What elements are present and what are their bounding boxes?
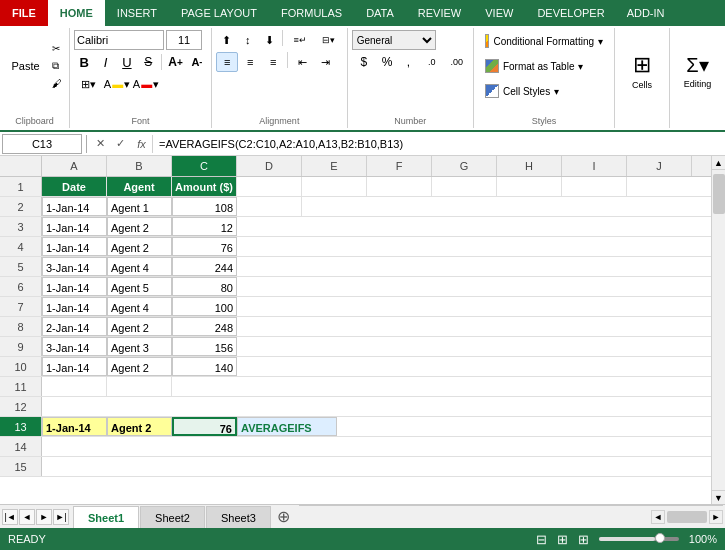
cell-a2[interactable]: 1-Jan-14 [42,197,107,216]
cell-c5[interactable]: 244 [172,257,237,276]
row-header-8[interactable]: 8 [0,317,42,336]
increase-decimal-button[interactable]: .0 [420,52,444,72]
tab-view[interactable]: VIEW [473,0,525,26]
cell-a6[interactable]: 1-Jan-14 [42,277,107,296]
cell-a9[interactable]: 3-Jan-14 [42,337,107,356]
sheet-nav-last[interactable]: ►| [53,509,69,525]
cell-d10[interactable] [237,357,711,376]
add-sheet-button[interactable]: ⊕ [273,506,295,528]
cell-b4[interactable]: Agent 2 [107,237,172,256]
row-header-9[interactable]: 9 [0,337,42,356]
cell-b7[interactable]: Agent 4 [107,297,172,316]
tab-formulas[interactable]: FORMULAS [269,0,354,26]
format-painter-button[interactable]: 🖌 [49,76,65,91]
col-header-e[interactable]: E [302,156,367,176]
col-header-f[interactable]: F [367,156,432,176]
align-center-button[interactable]: ≡ [239,52,261,72]
row-header-2[interactable]: 2 [0,197,42,216]
cell-e1[interactable] [302,177,367,196]
cell-d5[interactable] [237,257,711,276]
fill-color-button[interactable]: A▬▾ [103,74,131,94]
cell-a10[interactable]: 1-Jan-14 [42,357,107,376]
row-header-3[interactable]: 3 [0,217,42,236]
cut-button[interactable]: ✂ [49,41,65,56]
col-header-g[interactable]: G [432,156,497,176]
row-header-10[interactable]: 10 [0,357,42,376]
cell-c11[interactable] [172,377,711,396]
cell-d8[interactable] [237,317,711,336]
cell-d2[interactable] [237,197,302,216]
row-header-7[interactable]: 7 [0,297,42,316]
col-header-h[interactable]: H [497,156,562,176]
view-normal-icon[interactable]: ⊟ [536,532,547,547]
tab-home[interactable]: HOME [48,0,105,26]
zoom-slider[interactable] [599,537,679,541]
cell-i1[interactable] [562,177,627,196]
h-scrollbar-thumb[interactable] [667,511,707,523]
cell-d3[interactable] [237,217,711,236]
strikethrough-button[interactable]: S [138,52,158,72]
cells-button[interactable]: ⊞ Cells [620,41,664,101]
tab-page-layout[interactable]: PAGE LAYOUT [169,0,269,26]
align-middle-button[interactable]: ↕ [237,30,257,50]
cell-c13[interactable]: 76 [172,417,237,436]
cell-a8[interactable]: 2-Jan-14 [42,317,107,336]
paste-button[interactable]: Paste [4,30,47,102]
merge-button[interactable]: ⊟▾ [315,30,343,50]
font-name-input[interactable] [74,30,164,50]
increase-font-button[interactable]: A+ [165,52,185,72]
bold-button[interactable]: B [74,52,94,72]
tab-developer[interactable]: DEVELOPER [525,0,616,26]
align-bottom-button[interactable]: ⬇ [259,30,279,50]
tab-data[interactable]: DATA [354,0,406,26]
cell-c8[interactable]: 248 [172,317,237,336]
name-box[interactable] [2,134,82,154]
tab-addins[interactable]: ADD-IN [617,0,675,26]
row-header-14[interactable]: 14 [0,437,42,456]
vertical-scrollbar[interactable]: ▲ ▼ [711,156,725,504]
tab-review[interactable]: REVIEW [406,0,473,26]
h-scroll-right[interactable]: ► [709,510,723,524]
font-color-button[interactable]: A▬▾ [132,74,160,94]
row-header-13[interactable]: 13 [0,417,42,436]
cell-a7[interactable]: 1-Jan-14 [42,297,107,316]
v-scrollbar-thumb[interactable] [713,174,725,214]
underline-button[interactable]: U [117,52,137,72]
col-header-i[interactable]: I [562,156,627,176]
number-format-select[interactable]: General [352,30,436,50]
col-header-j[interactable]: J [627,156,692,176]
row-header-5[interactable]: 5 [0,257,42,276]
cell-b6[interactable]: Agent 5 [107,277,172,296]
cell-c10[interactable]: 140 [172,357,237,376]
cell-b13[interactable]: Agent 2 [107,417,172,436]
row-header-11[interactable]: 11 [0,377,42,396]
cell-d7[interactable] [237,297,711,316]
cell-a12[interactable] [42,397,711,416]
cell-a4[interactable]: 1-Jan-14 [42,237,107,256]
view-layout-icon[interactable]: ⊞ [557,532,568,547]
row-header-4[interactable]: 4 [0,237,42,256]
decrease-indent-button[interactable]: ⇤ [291,52,313,72]
view-page-break-icon[interactable]: ⊞ [578,532,589,547]
italic-button[interactable]: I [95,52,115,72]
sheet-tab-sheet2[interactable]: Sheet2 [140,506,205,528]
row-header-1[interactable]: 1 [0,177,42,196]
col-header-a[interactable]: A [42,156,107,176]
cell-c1[interactable]: Amount ($) [172,177,237,196]
border-button[interactable]: ⊞▾ [74,74,102,94]
cell-c6[interactable]: 80 [172,277,237,296]
cell-c3[interactable]: 12 [172,217,237,236]
sheet-nav-next[interactable]: ► [36,509,52,525]
cell-d9[interactable] [237,337,711,356]
cell-c7[interactable]: 100 [172,297,237,316]
cell-d1[interactable] [237,177,302,196]
row-header-15[interactable]: 15 [0,457,42,476]
copy-button[interactable]: ⧉ [49,58,65,74]
scroll-up-button[interactable]: ▲ [712,156,726,170]
cell-b3[interactable]: Agent 2 [107,217,172,236]
cell-b9[interactable]: Agent 3 [107,337,172,356]
formula-input[interactable] [155,134,723,154]
comma-button[interactable]: , [398,52,418,72]
cell-b11[interactable] [107,377,172,396]
cell-f1[interactable] [367,177,432,196]
